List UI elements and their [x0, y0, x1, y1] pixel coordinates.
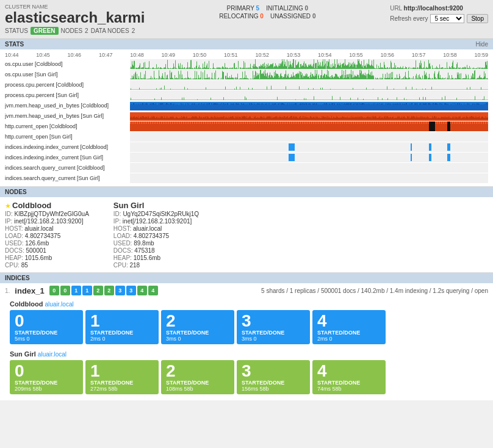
node-detail: ID: UgYq2D47SqiStK2pRUkj1Q [113, 211, 199, 217]
detail-key: IP: [113, 218, 123, 225]
node-detail: IP: inet[/192.168.2.103:9200] [5, 218, 89, 225]
detail-key: LOAD: [5, 233, 25, 239]
shard-group: Sun Girl aluair.local0STARTED/DONE209ms … [5, 348, 488, 398]
relocating-val: 0 [260, 13, 264, 20]
timeline-tick: 10:50 [193, 52, 207, 58]
chart-label: process.cpu.percent [Coldblood] [5, 82, 130, 88]
chart-row: process.cpu.percent [Sun Girl] [5, 90, 488, 100]
shard-info: 2ms 0 [317, 336, 381, 342]
timeline: 10:4410:4510:4610:4710:4810:4910:5010:51… [0, 49, 493, 186]
refresh-select[interactable]: 5 sec 10 sec 30 sec [430, 14, 464, 23]
chart-row: indices.indexing.index_current [Coldbloo… [5, 142, 488, 152]
detail-val: inet[/192.168.2.103:9201] [123, 218, 192, 225]
indices-section: INDICES 1.index_100112233445 shards / 1 … [0, 273, 493, 401]
refresh-label: Refresh every [390, 15, 428, 22]
node-detail: CPU: 85 [5, 262, 89, 269]
chart-label: os.cpu.user [Sun Girl] [5, 71, 130, 78]
index-stats: 5 shards / 1 replicas / 500001 docs / 14… [261, 287, 488, 294]
detail-val: aluair.local [24, 225, 53, 232]
detail-val: aluair.local [133, 225, 162, 232]
shard-num: 1 [90, 313, 154, 330]
detail-key: DOCS: [5, 247, 26, 254]
shard-info: 272ms 58b [90, 386, 154, 392]
shard-num: 3 [242, 363, 305, 380]
timeline-tick: 10:52 [255, 52, 269, 58]
shard-info: 3ms 0 [166, 336, 229, 342]
primary-val: 5 [256, 5, 260, 12]
detail-key: IP: [5, 218, 14, 225]
node-block: ★ColdbloodID: KlBZpjjQTDyWhf2eGlG0uAIP: … [5, 201, 89, 269]
detail-val: 126.6mb [25, 240, 49, 247]
shard-status: STARTED/DONE [242, 330, 305, 336]
detail-val: 4.802734375 [25, 233, 60, 239]
shards-row-1: PRIMARY 5 INITIALIZING 0 [219, 5, 315, 12]
node-detail: LOAD: 4.802734375 [113, 233, 199, 239]
detail-val: 475318 [134, 247, 154, 254]
shard-info: 156ms 58b [242, 386, 305, 392]
shard-num: 0 [15, 363, 78, 380]
shard-dot: 2 [93, 286, 103, 295]
index-row: 1.index_100112233445 shards / 1 replicas… [0, 283, 493, 401]
shard-group-name: Coldblood [10, 300, 43, 308]
node-name: ★Coldblood [5, 201, 89, 210]
shard-card: 0STARTED/DONE5ms 0 [10, 310, 83, 344]
shard-num: 2 [166, 313, 229, 330]
shards-grid: 0STARTED/DONE5ms 01STARTED/DONE2ms 02STA… [10, 310, 483, 344]
chart-label: http.current_open [Sun Girl] [5, 134, 130, 140]
index-name: index_1 [15, 286, 44, 295]
timeline-tick: 10:46 [68, 52, 82, 58]
node-block: Sun GirlID: UgYq2D47SqiStK2pRUkj1QIP: in… [113, 201, 199, 269]
unassigned-label: UNASSIGNED [270, 13, 311, 20]
initializing-label: INITIALIZING [266, 5, 303, 12]
stop-button[interactable]: Stop [467, 14, 488, 23]
chart-bar [130, 59, 488, 69]
chart-label: jvm.mem.heap_used_in_bytes [Coldblood] [5, 103, 130, 109]
nodes-section: NODES ★ColdbloodID: KlBZpjjQTDyWhf2eGlG0… [0, 187, 493, 273]
chart-row: indices.search.query_current [Sun Girl] [5, 173, 488, 183]
cluster-status: STATUS GREEN NODES 2 DATA NODES 2 [5, 27, 145, 35]
chart-bar [130, 173, 488, 183]
nodes-title: NODES [5, 189, 27, 195]
data-nodes-label: DATA NODES [91, 27, 129, 34]
node-name-text: Sun Girl [113, 201, 145, 210]
hide-link[interactable]: Hide [475, 41, 488, 48]
timeline-ruler: 10:4410:4510:4610:4710:4810:4910:5010:51… [5, 52, 488, 58]
chart-bar [130, 121, 488, 131]
chart-label: http.current_open [Coldblood] [5, 123, 130, 129]
detail-val: KlBZpjjQTDyWhf2eGlG0uA [15, 211, 89, 217]
node-detail: USED: 89.8mb [113, 240, 199, 247]
nodes-header: NODES [0, 187, 493, 197]
shard-info: 2ms 0 [90, 336, 154, 342]
url-section: URL http://localhost:9200 Refresh every … [390, 4, 488, 23]
chart-row: os.cpu.user [Sun Girl] [5, 70, 488, 79]
refresh-row: Refresh every 5 sec 10 sec 30 sec Stop [390, 14, 488, 23]
chart-bar [130, 132, 488, 142]
detail-key: CPU: [5, 262, 21, 269]
shard-card: 3STARTED/DONE3ms 0 [237, 310, 310, 344]
cluster-name: elasticsearch_karmi [5, 10, 145, 26]
timeline-tick: 10:56 [381, 52, 395, 58]
shard-info: 5ms 0 [15, 336, 78, 342]
initializing-val: 0 [305, 5, 309, 12]
node-detail: IP: inet[/192.168.2.103:9201] [113, 218, 199, 225]
node-detail: HOST: aluair.local [5, 225, 89, 232]
chart-row: indices.search.query_current [Coldblood] [5, 163, 488, 173]
chart-row: process.cpu.percent [Coldblood] [5, 80, 488, 90]
nodes-content: ★ColdbloodID: KlBZpjjQTDyWhf2eGlG0uAIP: … [0, 197, 493, 272]
node-detail: HOST: aluair.local [113, 225, 199, 232]
shard-group: Coldblood aluair.local0STARTED/DONE5ms 0… [5, 298, 488, 348]
chart-label: process.cpu.percent [Sun Girl] [5, 92, 130, 98]
relocating-label: RELOCATING [219, 13, 258, 20]
indices-header: INDICES [0, 273, 493, 283]
status-badge: GREEN [31, 27, 59, 35]
shards-section: PRIMARY 5 INITIALIZING 0 RELOCATING 0 UN… [219, 4, 315, 21]
shard-group-name: Sun Girl [10, 350, 36, 358]
detail-key: HEAP: [113, 255, 134, 261]
chart-label: indices.indexing.index_current [Coldbloo… [5, 144, 130, 150]
shard-card: 4STARTED/DONE74ms 58b [312, 360, 386, 394]
node-detail: CPU: 218 [113, 262, 199, 269]
shard-group-host: aluair.local [45, 301, 73, 308]
timeline-tick: 10:47 [99, 52, 113, 58]
shard-info: 209ms 58b [15, 386, 78, 392]
shard-num: 3 [242, 313, 305, 330]
